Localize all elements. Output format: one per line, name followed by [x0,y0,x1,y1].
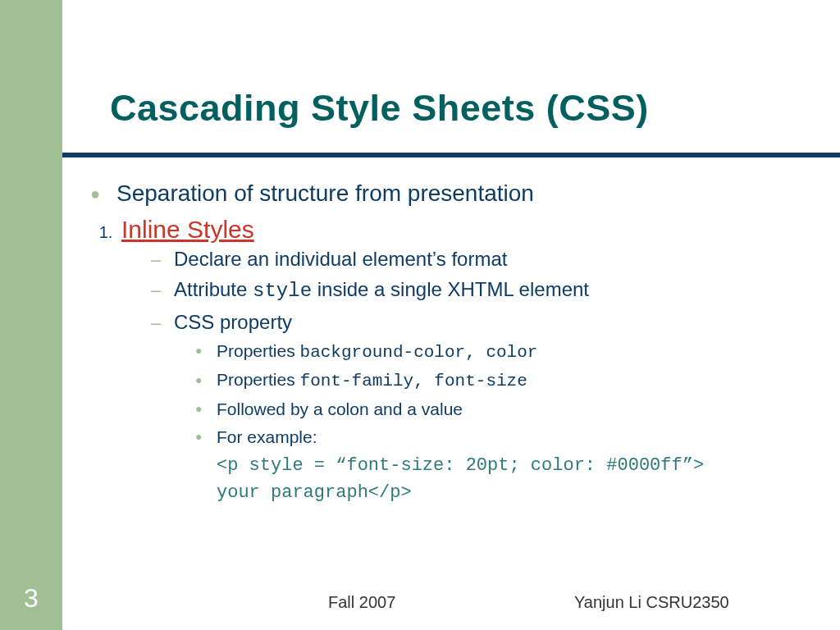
slide-content: Separation of structure from presentatio… [90,177,812,506]
prop-bullet-4: For example: [195,423,812,451]
footer-center: Fall 2007 [328,593,395,612]
left-stripe [0,0,62,630]
page-number: 3 [0,583,62,614]
sub-bullet-3: CSS property [151,307,812,337]
bullet-main-text: Separation of structure from presentatio… [116,180,534,206]
sub-bullet-2-code: style [253,280,312,302]
prop-bullet-1: Properties background-color, color [195,337,812,367]
code-line-1: <p style = “font-size: 20pt; color: #000… [217,452,812,479]
sub-bullet-3-text: CSS property [174,311,292,333]
prop-bullet-2-code: font-family, font-size [300,372,527,390]
prop-bullet-1-pre: Properties [217,341,300,360]
sub-bullet-2-pre: Attribute [174,278,253,300]
numbered-index: 1. [90,223,121,242]
prop-bullet-2-pre: Properties [217,370,300,389]
code-line-2: your paragraph</p> [217,479,812,506]
slide-title: Cascading Style Sheets (CSS) [110,87,649,130]
sub-bullet-2-post: inside a single XHTML element [312,278,589,300]
inline-styles-link[interactable]: Inline Styles [121,216,254,243]
numbered-item-1: 1.Inline Styles [90,216,812,244]
bullet-main: Separation of structure from presentatio… [90,177,812,209]
prop-bullet-2: Properties font-family, font-size [195,366,812,395]
sub-bullet-1: Declare an individual element’s format [151,244,812,274]
prop-bullet-4-text: For example: [217,427,317,446]
sub-bullet-1-text: Declare an individual element’s format [174,248,507,270]
prop-bullet-3-text: Followed by a colon and a value [217,399,463,418]
prop-bullet-1-code: background-color, color [300,343,538,362]
sub-bullet-2: Attribute style inside a single XHTML el… [151,274,812,306]
code-example: <p style = “font-size: 20pt; color: #000… [217,452,812,506]
footer-right: Yanjun Li CSRU2350 [574,593,729,612]
prop-bullet-3: Followed by a colon and a value [195,395,812,423]
title-rule [62,153,840,158]
